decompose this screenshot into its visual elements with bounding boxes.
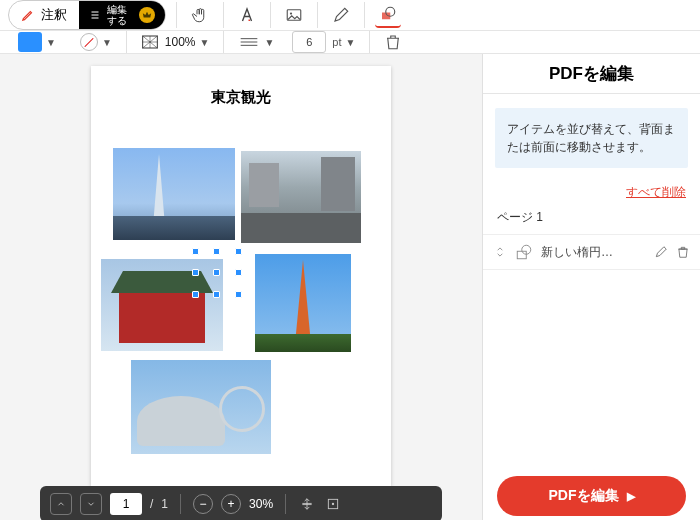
side-panel: PDFを編集 アイテムを並び替えて、背面または前面に移動させます。 すべて削除 … <box>482 54 700 520</box>
delete-all-link[interactable]: すべて削除 <box>483 184 686 201</box>
photo-stadium[interactable] <box>131 360 271 454</box>
property-separator <box>126 31 127 53</box>
edit-tab[interactable]: 編集する <box>79 1 165 29</box>
edit-label: 編集する <box>107 4 127 26</box>
draw-tool[interactable] <box>328 2 354 28</box>
edit-icon[interactable] <box>654 245 668 259</box>
page-next-button[interactable] <box>80 493 102 515</box>
page-navigation-bar: 1 / 1 − + 30% <box>40 486 442 520</box>
fit-page-button[interactable] <box>324 495 342 513</box>
object-row[interactable]: 新しい楕円… <box>483 235 700 270</box>
fill-color-swatch[interactable] <box>18 32 42 52</box>
pencil-icon <box>332 6 350 24</box>
toolbar-separator <box>317 2 318 28</box>
property-separator <box>369 31 370 53</box>
page-section-label: ページ 1 <box>483 205 700 235</box>
grid-icon <box>142 35 158 49</box>
edit-pdf-button[interactable]: PDFを編集 ▶ <box>497 476 686 516</box>
selection-handles[interactable] <box>195 251 239 295</box>
hand-icon <box>191 6 209 24</box>
pager-separator <box>180 494 181 514</box>
ellipse-icon <box>515 243 533 261</box>
toolbar-separator <box>223 2 224 28</box>
trash-icon[interactable] <box>676 245 690 259</box>
chevron-down-icon <box>86 499 96 509</box>
arrow-right-icon: ▶ <box>627 490 635 503</box>
page-prev-button[interactable] <box>50 493 72 515</box>
scale-value: 100% <box>165 35 196 49</box>
canvas-wrap: 東京観光 <box>0 54 482 520</box>
main-area: 東京観光 <box>0 54 700 520</box>
image-icon <box>285 6 303 24</box>
zoom-level: 30% <box>249 497 273 511</box>
text-icon <box>238 6 256 24</box>
annotate-tab[interactable]: 注釈 <box>9 6 79 24</box>
page-number-input[interactable]: 1 <box>110 493 142 515</box>
top-toolbar: 注釈 編集する <box>0 0 700 31</box>
toolbar-separator <box>176 2 177 28</box>
fit-height-button[interactable] <box>298 495 316 513</box>
toolbar-separator <box>270 2 271 28</box>
chevron-down-icon[interactable]: ▼ <box>264 37 274 48</box>
crown-icon <box>142 10 152 20</box>
image-tool[interactable] <box>281 2 307 28</box>
photo-skytree[interactable] <box>113 148 235 240</box>
fit-page-icon <box>326 497 340 511</box>
stroke-width-input[interactable]: 6 <box>292 31 326 53</box>
zoom-out-button[interactable]: − <box>193 494 213 514</box>
chevron-down-icon[interactable]: ▼ <box>46 37 56 48</box>
stroke-unit: pt <box>332 36 341 48</box>
page-total: 1 <box>161 497 168 511</box>
svg-point-6 <box>332 503 334 505</box>
cta-label: PDFを編集 <box>549 487 619 505</box>
drag-handle-icon[interactable] <box>493 245 507 259</box>
toolbar-separator <box>364 2 365 28</box>
page-sep: / <box>150 497 153 511</box>
fit-height-icon <box>300 497 314 511</box>
canvas-viewport[interactable]: 東京観光 <box>0 54 482 486</box>
annotate-label: 注釈 <box>41 6 67 24</box>
info-message: アイテムを並び替えて、背面または前面に移動させます。 <box>495 108 688 168</box>
lines-icon <box>89 9 101 21</box>
hand-tool[interactable] <box>187 2 213 28</box>
chevron-up-icon <box>56 499 66 509</box>
zoom-in-button[interactable]: + <box>221 494 241 514</box>
property-toolbar: ▼ ▼ 100% ▼ ▼ 6 pt ▼ <box>0 31 700 54</box>
photo-street[interactable] <box>241 151 361 243</box>
shape-icon <box>379 5 397 23</box>
chevron-down-icon[interactable]: ▼ <box>346 37 356 48</box>
text-tool[interactable] <box>234 2 260 28</box>
side-panel-title: PDFを編集 <box>483 54 700 94</box>
photo-tokyotower[interactable] <box>255 254 351 352</box>
mode-pill: 注釈 編集する <box>8 0 166 30</box>
line-style-icon[interactable] <box>238 37 260 47</box>
document-page[interactable]: 東京観光 <box>91 66 391 486</box>
scale-selector[interactable] <box>141 35 159 49</box>
chevron-down-icon[interactable]: ▼ <box>200 37 210 48</box>
pen-icon <box>21 8 35 22</box>
svg-rect-7 <box>517 251 526 259</box>
object-name: 新しい楕円… <box>541 244 646 261</box>
pager-separator <box>285 494 286 514</box>
trash-icon[interactable] <box>384 33 402 51</box>
chevron-down-icon[interactable]: ▼ <box>102 37 112 48</box>
property-separator <box>223 31 224 53</box>
shape-tool[interactable] <box>375 2 401 28</box>
svg-point-1 <box>290 12 292 14</box>
no-fill[interactable] <box>80 33 98 51</box>
premium-badge <box>139 7 155 23</box>
document-title: 東京観光 <box>91 88 391 107</box>
